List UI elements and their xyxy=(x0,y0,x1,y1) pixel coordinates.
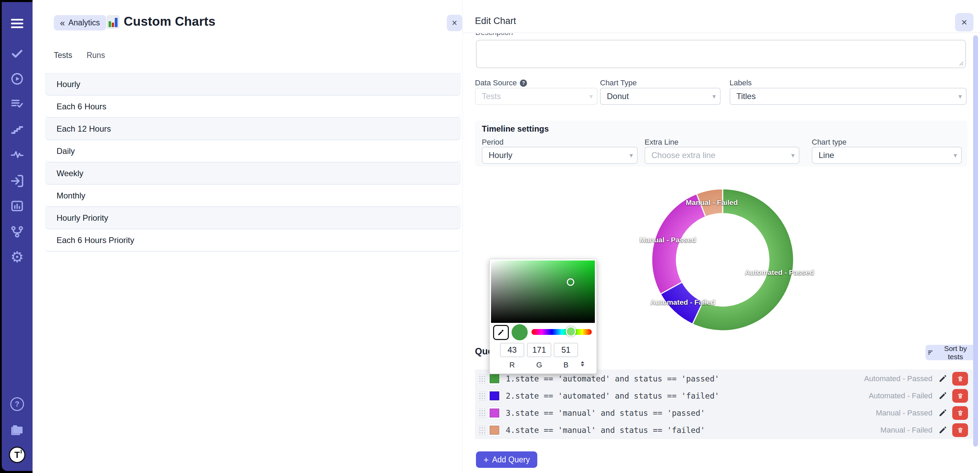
eyedropper-button[interactable] xyxy=(493,325,509,340)
help-icon[interactable]: ? xyxy=(2,396,33,412)
gear-icon[interactable]: ⚙ xyxy=(2,249,33,265)
close-panel-button[interactable]: × xyxy=(447,15,462,31)
color-picker: R G B xyxy=(489,259,597,374)
delete-query-button[interactable] xyxy=(952,423,968,437)
add-query-button[interactable]: + Add Query xyxy=(476,451,537,468)
analytics-back-button[interactable]: « Analytics xyxy=(54,15,106,30)
trash-icon xyxy=(957,392,964,399)
import-icon[interactable] xyxy=(2,173,33,189)
chart-list-item[interactable]: Each 6 Hours xyxy=(45,96,461,118)
edit-query-button[interactable] xyxy=(939,374,947,383)
labels-label: Labels xyxy=(730,78,752,88)
query-row: 3.state == 'manual' and status == 'passe… xyxy=(475,405,973,422)
edit-chart-panel: Edit Chart × Description Data Source ? C… xyxy=(463,0,980,473)
sidebar: ⚙ ? T xyxy=(2,2,33,471)
labels-select[interactable]: Titles ▾ xyxy=(730,88,967,105)
query-row: 2.state == 'automated' and status == 'fa… xyxy=(475,387,973,405)
bar-chart-icon[interactable] xyxy=(2,198,33,214)
delete-query-button[interactable] xyxy=(952,406,968,420)
drag-handle[interactable] xyxy=(478,426,485,435)
query-code: 3.state == 'manual' and status == 'passe… xyxy=(506,409,705,417)
chart-list-item[interactable]: Each 6 Hours Priority xyxy=(45,229,461,252)
data-source-label: Data Source ? xyxy=(475,78,527,88)
chart-list-item[interactable]: Hourly Priority xyxy=(45,207,461,229)
blue-input[interactable] xyxy=(554,343,578,357)
list-check-icon[interactable] xyxy=(2,96,33,112)
query-row: 4.state == 'manual' and status == 'faile… xyxy=(475,422,973,439)
chevron-down-icon: ▾ xyxy=(630,151,633,159)
drag-handle[interactable] xyxy=(478,392,485,401)
folder-icon[interactable] xyxy=(2,422,33,438)
green-input[interactable] xyxy=(527,343,551,357)
extra-line-select[interactable]: Choose extra line ▾ xyxy=(644,147,799,164)
chart-list-item-label: Each 12 Hours xyxy=(57,124,111,134)
chart-type-label: Chart Type xyxy=(600,78,636,88)
chart-list-item-label: Hourly Priority xyxy=(57,213,108,223)
description-textarea[interactable] xyxy=(476,40,966,68)
close-editor-button[interactable]: × xyxy=(955,13,974,32)
drag-handle[interactable] xyxy=(478,374,485,384)
tab-tests[interactable]: Tests xyxy=(54,51,72,60)
saturation-selector[interactable] xyxy=(567,278,574,286)
chart-list-item[interactable]: Hourly xyxy=(45,73,461,96)
plus-icon: + xyxy=(484,454,488,465)
edit-query-button[interactable] xyxy=(939,409,947,417)
period-select[interactable]: Hourly ▾ xyxy=(482,147,638,164)
bar-chart-emoji-icon xyxy=(107,16,119,29)
drag-handle[interactable] xyxy=(478,409,485,418)
current-color-swatch xyxy=(512,324,528,340)
chart-type-select[interactable]: Donut ▾ xyxy=(600,88,721,105)
chart-list-item-label: Hourly xyxy=(57,80,80,89)
color-mode-toggle-icon[interactable] xyxy=(581,361,584,366)
donut-segment-label: Automated - Passed xyxy=(745,268,814,277)
query-rows: 1.state == 'automated' and status == 'pa… xyxy=(475,369,973,439)
donut-segment-label: Manual - Passed xyxy=(640,236,696,244)
check-icon[interactable] xyxy=(2,46,33,61)
query-color-swatch[interactable] xyxy=(488,389,501,402)
chart-list-item-label: Weekly xyxy=(57,169,83,178)
pulse-icon[interactable] xyxy=(2,147,33,162)
editor-header: Edit Chart xyxy=(463,0,980,33)
custom-charts-panel: « Analytics Custom Charts × Tests Runs H… xyxy=(33,0,463,473)
timeline-chart-type-select[interactable]: Line ▾ xyxy=(812,147,962,164)
trash-icon xyxy=(957,409,964,416)
query-tag-label: Manual - Failed xyxy=(880,426,932,435)
query-color-swatch[interactable] xyxy=(488,424,501,437)
resize-handle-icon[interactable] xyxy=(958,61,964,66)
chart-list-item-label: Monthly xyxy=(57,191,85,201)
saturation-area[interactable] xyxy=(491,261,595,323)
pencil-icon xyxy=(939,374,947,383)
chart-list-item-label: Daily xyxy=(57,147,75,156)
hue-slider[interactable] xyxy=(531,329,592,335)
tab-runs[interactable]: Runs xyxy=(87,51,105,60)
help-icon[interactable]: ? xyxy=(520,80,527,87)
edit-query-button[interactable] xyxy=(939,392,947,400)
pencil-icon xyxy=(939,426,947,434)
play-circle-icon[interactable] xyxy=(2,71,33,87)
data-source-select[interactable]: Tests ▾ xyxy=(475,88,598,105)
blue-label: B xyxy=(554,361,578,369)
chart-list-item[interactable]: Daily xyxy=(45,140,461,162)
edit-query-button[interactable] xyxy=(939,426,947,434)
chart-list-item-label: Each 6 Hours xyxy=(57,102,106,111)
donut-segment-label: Manual - Failed xyxy=(686,199,738,207)
logo[interactable]: T xyxy=(2,447,33,463)
chart-list-item[interactable]: Each 12 Hours xyxy=(45,118,461,140)
chart-list-item-label: Each 6 Hours Priority xyxy=(57,236,134,245)
delete-query-button[interactable] xyxy=(952,389,968,403)
hue-slider-handle[interactable] xyxy=(566,326,576,337)
menu-icon[interactable] xyxy=(2,16,33,31)
query-color-swatch[interactable] xyxy=(488,406,501,419)
delete-query-button[interactable] xyxy=(952,372,968,385)
chart-list-item[interactable]: Monthly xyxy=(45,185,461,207)
tab-bar: Tests Runs xyxy=(54,51,105,60)
pencil-icon xyxy=(939,409,947,417)
scrollbar-thumb[interactable] xyxy=(973,35,978,447)
query-code: 2.state == 'automated' and status == 'fa… xyxy=(506,392,719,400)
chart-list-item[interactable]: Weekly xyxy=(45,162,461,185)
query-color-swatch[interactable] xyxy=(488,372,501,385)
steps-icon[interactable] xyxy=(2,122,33,137)
branch-icon[interactable] xyxy=(2,224,33,240)
sort-by-tests-button[interactable]: Sort by tests xyxy=(926,345,976,360)
red-input[interactable] xyxy=(500,343,524,357)
